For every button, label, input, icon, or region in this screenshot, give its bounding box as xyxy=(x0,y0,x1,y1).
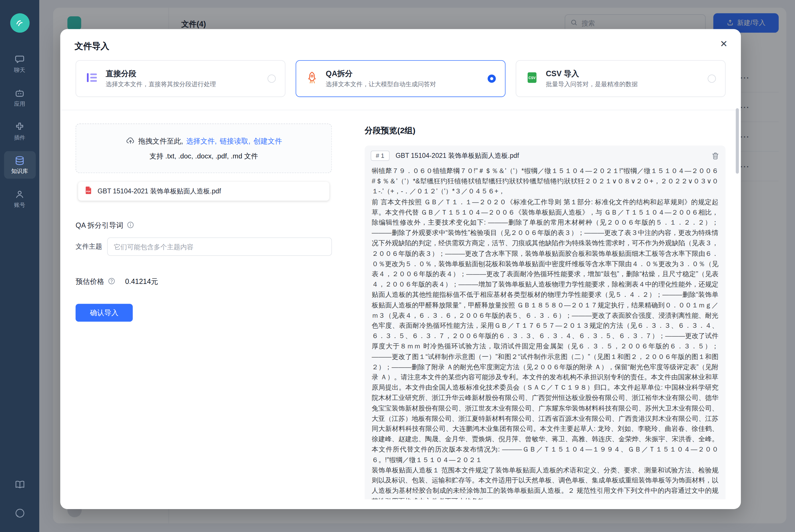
mode-title: 直接分段 xyxy=(106,69,216,78)
mode-desc: 选择文本文件，让大模型自动生成问答对 xyxy=(326,80,436,89)
sidebar-item-plugins[interactable]: 插件 xyxy=(4,117,36,145)
preview-chunk: # 1 GBT 15104-2021 装饰单板贴面人造板.pdf 犐犆犛７９．０… xyxy=(365,146,726,499)
price-label: 预估价格 xyxy=(76,277,104,286)
sidebar-item-chat[interactable]: 聊天 xyxy=(4,50,36,78)
mode-title: CSV 导入 xyxy=(546,69,638,78)
mode-desc: 批量导入问答对，是最精准的数据 xyxy=(546,80,638,89)
mode-card-csv-import[interactable]: CSV CSV 导入 批量导入问答对，是最精准的数据 xyxy=(516,60,726,97)
import-mode-options: 直接分段 选择文本文件，直接将其按分段进行处理 QA拆分 选择文本文件，让大模型… xyxy=(60,60,741,97)
sidebar-item-label: 账号 xyxy=(14,201,25,209)
chunk-index-badge: # 1 xyxy=(371,151,389,161)
close-icon[interactable]: ✕ xyxy=(718,37,730,51)
app-logo-icon[interactable] xyxy=(10,13,30,33)
chunk-content-text[interactable]: 犐犆犛７９．０６０犆犆犛犅７０!"＃＄％＆'（'）*犌犅／犜１５１０４—２０２１… xyxy=(371,165,719,499)
segment-preview-panel: 分段预览(2组) # 1 GBT 15104-2021 装饰单板贴面人造板.pd… xyxy=(365,124,726,499)
file-topic-input[interactable] xyxy=(107,238,332,256)
confirm-import-button[interactable]: 确认导入 xyxy=(76,304,133,321)
qa-prompt-label: QA 拆分引导词 xyxy=(76,221,123,230)
uploaded-file-name: GBT 15104-2021 装饰单板贴面人造板.pdf xyxy=(97,187,221,196)
mode-title: QA拆分 xyxy=(326,69,436,78)
price-value: 0.41214元 xyxy=(125,277,158,286)
sidebar-item-label: 插件 xyxy=(14,134,25,141)
sidebar-item-account[interactable]: 账号 xyxy=(4,185,36,212)
github-icon[interactable] xyxy=(14,508,25,521)
svg-text:PDF: PDF xyxy=(86,190,91,193)
import-config-panel: 拖拽文件至此, 选择文件, 链接读取, 创建文件 支持 .txt, .doc, … xyxy=(76,124,332,499)
mode-card-direct-segment[interactable]: 直接分段 选择文本文件，直接将其按分段进行处理 xyxy=(76,60,286,97)
csv-file-icon: CSV xyxy=(525,71,538,86)
link-fetch-link[interactable]: 链接读取, xyxy=(220,137,250,146)
dialog-title: 文件导入 xyxy=(60,29,741,52)
select-file-link[interactable]: 选择文件, xyxy=(186,137,217,146)
supported-formats-text: 支持 .txt, .doc, .docx, .pdf, .md 文件 xyxy=(150,152,258,161)
sidebar-item-apps[interactable]: 应用 xyxy=(4,84,36,111)
create-file-link[interactable]: 创建文件 xyxy=(253,137,282,146)
user-icon xyxy=(14,189,25,200)
mode-card-qa-split[interactable]: QA拆分 选择文本文件，让大模型自动生成问答对 xyxy=(296,60,506,97)
preview-title: 分段预览(2组) xyxy=(365,126,726,136)
plugin-icon xyxy=(14,121,25,132)
help-icon[interactable] xyxy=(108,277,115,286)
sidebar-item-label: 聊天 xyxy=(14,66,25,74)
sidebar-item-label: 应用 xyxy=(14,100,25,108)
estimated-price-row: 预估价格 0.41214元 xyxy=(76,277,332,286)
rocket-icon xyxy=(305,71,319,86)
uploaded-file-item[interactable]: PDF GBT 15104-2021 装饰单板贴面人造板.pdf xyxy=(78,182,329,201)
qa-prompt-section: QA 拆分引导词 xyxy=(76,221,332,230)
file-drop-zone[interactable]: 拖拽文件至此, 选择文件, 链接读取, 创建文件 支持 .txt, .doc, … xyxy=(76,124,332,173)
screen: 聊天 应用 插件 知识库 账号 xyxy=(0,0,795,532)
chunk-source-title: GBT 15104-2021 装饰单板贴面人造板.pdf xyxy=(396,151,705,160)
sidebar-item-label: 知识库 xyxy=(11,168,28,175)
file-topic-label: 文件主题 xyxy=(76,242,108,251)
drop-zone-text: 拖拽文件至此, xyxy=(138,137,183,146)
svg-text:CSV: CSV xyxy=(529,76,536,80)
radio-csv-import[interactable] xyxy=(707,75,716,83)
app-sidebar: 聊天 应用 插件 知识库 账号 xyxy=(0,0,39,532)
radio-direct-segment[interactable] xyxy=(268,75,276,83)
file-topic-row: 文件主题 xyxy=(76,238,332,256)
file-import-dialog: 文件导入 ✕ 直接分段 选择文本文件，直接将其按分段进行处理 QA拆分 xyxy=(60,29,741,509)
trash-icon[interactable] xyxy=(711,152,720,160)
cloud-upload-icon xyxy=(126,136,135,147)
database-icon xyxy=(14,155,25,166)
radio-qa-split[interactable] xyxy=(488,75,496,83)
preview-scrollbar[interactable] xyxy=(736,108,739,174)
pdf-file-icon: PDF xyxy=(84,186,93,196)
chat-icon xyxy=(14,54,25,65)
docs-icon[interactable] xyxy=(14,479,25,492)
segment-icon xyxy=(86,71,98,86)
sidebar-bottom xyxy=(14,479,25,532)
sidebar-item-knowledge-base[interactable]: 知识库 xyxy=(4,151,36,179)
info-icon[interactable] xyxy=(127,221,135,230)
mode-desc: 选择文本文件，直接将其按分段进行处理 xyxy=(106,80,216,89)
apps-icon xyxy=(14,88,25,98)
